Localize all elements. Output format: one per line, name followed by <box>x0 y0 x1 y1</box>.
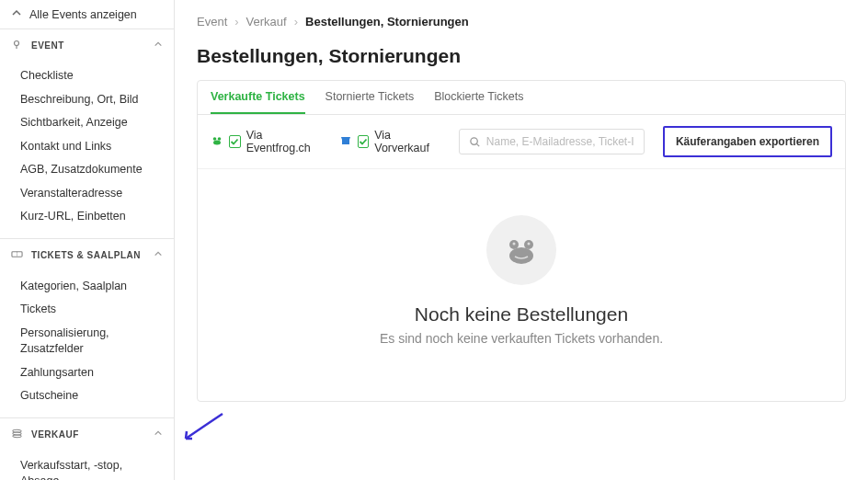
search-input-wrapper[interactable] <box>459 129 645 154</box>
sidebar-item-personalisierung[interactable]: Personalisierung, Zusatzfelder <box>0 322 174 361</box>
sidebar-section-verkauf: VERKAUF Verkaufsstart, -stop, Absage Blo… <box>0 418 174 481</box>
page-title: Bestellungen, Stornierungen <box>197 45 846 67</box>
sidebar-item-agb[interactable]: AGB, Zusatzdokumente <box>0 158 174 182</box>
filter-row: Via Eventfrog.ch Via Vorverkauf Käuferan… <box>198 115 845 169</box>
section-title: TICKETS & SAALPLAN <box>31 250 141 260</box>
sidebar-item-kurzurl[interactable]: Kurz-URL, Einbetten <box>0 205 174 229</box>
sidebar-item-beschreibung[interactable]: Beschreibung, Ort, Bild <box>0 88 174 112</box>
stack-icon <box>11 428 24 441</box>
filter-label: Via Vorverkauf <box>374 129 440 154</box>
sidebar-items-verkauf: Verkaufsstart, -stop, Absage Blockieren … <box>0 451 174 481</box>
sidebar-section-header-tickets[interactable]: TICKETS & SAALPLAN <box>0 239 174 271</box>
tab-verkaufte[interactable]: Verkaufte Tickets <box>211 81 305 114</box>
sidebar-section-header-event[interactable]: EVENT <box>0 29 174 61</box>
chevron-up-icon <box>154 429 163 440</box>
ticket-icon <box>11 248 24 262</box>
section-title: VERKAUF <box>31 429 79 440</box>
sidebar-item-tickets[interactable]: Tickets <box>0 298 174 322</box>
checkbox-checked[interactable] <box>358 135 370 148</box>
sidebar-section-header-verkauf[interactable]: VERKAUF <box>0 418 174 451</box>
breadcrumb-item-current: Bestellungen, Stornierungen <box>305 15 469 29</box>
chevron-up-icon <box>11 7 22 21</box>
tab-stornierte[interactable]: Stornierte Tickets <box>326 81 415 114</box>
svg-rect-8 <box>342 140 349 144</box>
empty-state-icon <box>486 215 556 285</box>
chevron-right-icon: › <box>234 15 238 29</box>
export-button[interactable]: Käuferangaben exportieren <box>663 126 832 157</box>
svg-point-4 <box>13 434 21 437</box>
breadcrumb-item[interactable]: Event <box>197 15 227 29</box>
panel: Verkaufte Tickets Stornierte Tickets Blo… <box>197 80 846 402</box>
pin-icon <box>11 39 24 51</box>
svg-point-6 <box>218 137 222 141</box>
sidebar-item-zahlungsarten[interactable]: Zahlungsarten <box>0 361 174 385</box>
sidebar-item-sichtbarkeit[interactable]: Sichtbarkeit, Anzeige <box>0 111 174 135</box>
sidebar-section-tickets: TICKETS & SAALPLAN Kategorien, Saalplan … <box>0 239 174 418</box>
filter-label: Via Eventfrog.ch <box>246 129 321 154</box>
sidebar-item-kontakt[interactable]: Kontakt und Links <box>0 135 174 159</box>
svg-point-13 <box>528 243 531 246</box>
sidebar: Alle Events anzeigen EVENT Checkliste Be… <box>0 0 175 480</box>
empty-state: Noch keine Bestellungen Es sind noch kei… <box>198 169 845 401</box>
svg-point-14 <box>509 247 533 264</box>
chevron-right-icon: › <box>294 15 298 29</box>
empty-state-title: Noch keine Bestellungen <box>415 303 628 326</box>
filter-eventfrog[interactable]: Via Eventfrog.ch <box>211 129 321 154</box>
svg-point-0 <box>15 41 19 46</box>
sidebar-items-event: Checkliste Beschreibung, Ort, Bild Sicht… <box>0 61 174 238</box>
chevron-up-icon <box>154 249 163 260</box>
breadcrumb-item[interactable]: Verkauf <box>246 15 287 29</box>
sidebar-item-verkaufsstart[interactable]: Verkaufsstart, -stop, Absage <box>0 454 174 481</box>
svg-point-9 <box>471 137 477 143</box>
sidebar-all-events-label: Alle Events anzeigen <box>29 8 137 21</box>
sidebar-all-events[interactable]: Alle Events anzeigen <box>0 0 174 29</box>
chevron-up-icon <box>154 40 163 51</box>
annotation-arrow-icon <box>175 409 227 449</box>
frog-icon <box>211 134 223 150</box>
empty-state-subtitle: Es sind noch keine verkauften Tickets vo… <box>380 331 663 346</box>
svg-point-7 <box>213 140 221 144</box>
checkbox-checked[interactable] <box>229 135 241 148</box>
svg-point-11 <box>513 243 516 246</box>
store-icon <box>339 134 352 150</box>
sidebar-item-veranstalter[interactable]: Veranstalteradresse <box>0 182 174 206</box>
sidebar-item-gutscheine[interactable]: Gutscheine <box>0 384 174 408</box>
sidebar-item-kategorien[interactable]: Kategorien, Saalplan <box>0 275 174 299</box>
search-icon <box>469 136 481 148</box>
section-title: EVENT <box>31 40 64 51</box>
breadcrumb: Event › Verkauf › Bestellungen, Stornier… <box>197 15 846 29</box>
filter-vorverkauf[interactable]: Via Vorverkauf <box>339 129 440 154</box>
main-content: Event › Verkauf › Bestellungen, Stornier… <box>175 0 868 480</box>
sidebar-section-event: EVENT Checkliste Beschreibung, Ort, Bild… <box>0 29 174 239</box>
tab-blockierte[interactable]: Blockierte Tickets <box>434 81 523 114</box>
search-input[interactable] <box>486 135 634 148</box>
svg-point-5 <box>213 137 217 141</box>
sidebar-item-checkliste[interactable]: Checkliste <box>0 64 174 88</box>
tabs: Verkaufte Tickets Stornierte Tickets Blo… <box>198 81 845 115</box>
sidebar-items-tickets: Kategorien, Saalplan Tickets Personalisi… <box>0 271 174 417</box>
